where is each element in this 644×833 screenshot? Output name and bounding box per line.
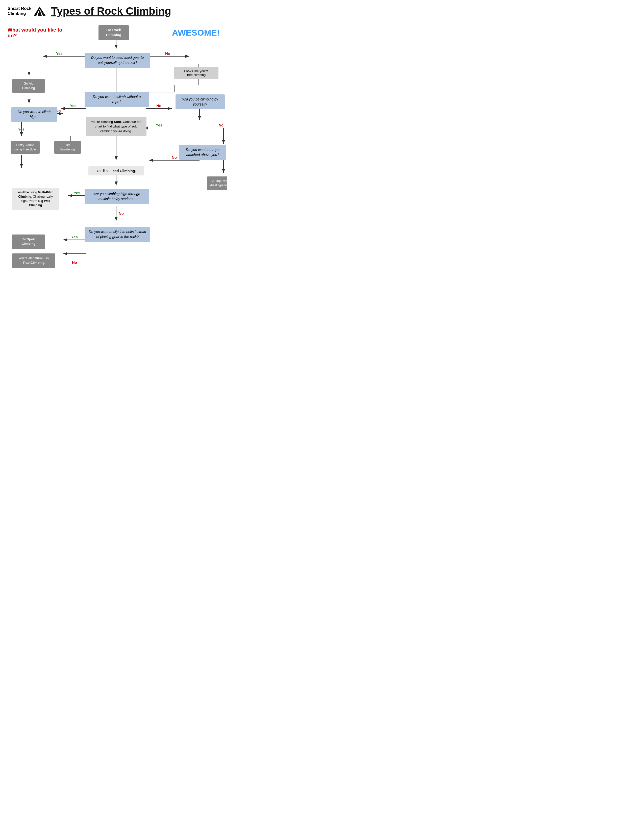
q6-node: Do you want to clip into bolts instead o… bbox=[85, 227, 150, 242]
q6-label: Do you want to clip into bolts instead o… bbox=[89, 230, 146, 239]
q5-label: Are you climbing high through multiple b… bbox=[93, 192, 140, 201]
q3-node: Do you want to climb high? bbox=[11, 107, 57, 122]
aid-climbing-label: Go Aid Climbing bbox=[22, 82, 35, 90]
rope-above-label: Do you want the rope attached above you? bbox=[186, 148, 219, 157]
bouldering-node: Try Bouldering bbox=[54, 141, 81, 154]
free-solo-label: Crazy. You're going Free Solo bbox=[14, 143, 36, 151]
free-climbing-node: Looks like you're free climbing bbox=[174, 67, 219, 79]
q3-label: Do you want to climb high? bbox=[18, 110, 50, 119]
awesome-label: AWESOME! bbox=[164, 28, 220, 38]
flowchart: Do you want to used fixed gear to pull y… bbox=[8, 43, 225, 310]
logo-mountain-icon bbox=[33, 6, 46, 16]
free-solo-node: Crazy. You're going Free Solo bbox=[11, 141, 40, 154]
aid-climbing-node: Go Aid Climbing bbox=[12, 79, 45, 92]
climb-alone-label: Will you be climbing by yourself? bbox=[182, 97, 218, 106]
bouldering-label: Try Bouldering bbox=[60, 143, 75, 151]
go-rock-climbing-node: Go Rock Climbing bbox=[98, 25, 129, 40]
q2-label: Do you want to climb without a rope? bbox=[93, 95, 141, 104]
rope-above-node: Do you want the rope attached above you? bbox=[179, 145, 226, 160]
sport-climbing-node: Go Sport Climbing bbox=[12, 235, 45, 249]
trad-climbing-node: You're all natural. Go Trad Climbing bbox=[12, 253, 55, 268]
climb-alone-node: Will you be climbing by yourself? bbox=[175, 95, 225, 109]
top-rope-node: Go Top Rope Climbing (best type for begi… bbox=[207, 177, 227, 190]
page-title: Types of Rock Climbing bbox=[51, 5, 171, 17]
logo: Smart Rock Climbing bbox=[8, 6, 46, 16]
page-header: Smart Rock Climbing Types of Rock Climbi… bbox=[8, 5, 220, 20]
q1-label: Do you want to used fixed gear to pull y… bbox=[91, 56, 144, 64]
go-rock-climbing-label: Go Rock Climbing bbox=[106, 28, 121, 37]
free-climbing-label: Looks like you're free climbing bbox=[184, 69, 208, 77]
multi-pitch-node: You'll be doing Multi-Pitch Climbing. Cl… bbox=[12, 188, 59, 210]
q1-node: Do you want to used fixed gear to pull y… bbox=[85, 53, 150, 68]
logo-text: Smart Rock Climbing bbox=[8, 6, 31, 16]
q2-node: Do you want to climb without a rope? bbox=[85, 92, 149, 107]
solo-node: You're climbing Solo. Continue the chart… bbox=[86, 117, 147, 136]
intro-question: What would you like to do? bbox=[8, 27, 63, 39]
chart-area: What would you like to do? Go Rock Climb… bbox=[8, 25, 220, 310]
q5-node: Are you climbing high through multiple b… bbox=[85, 189, 149, 204]
lead-climbing-node: You'll be Lead Climbing. bbox=[89, 166, 144, 175]
